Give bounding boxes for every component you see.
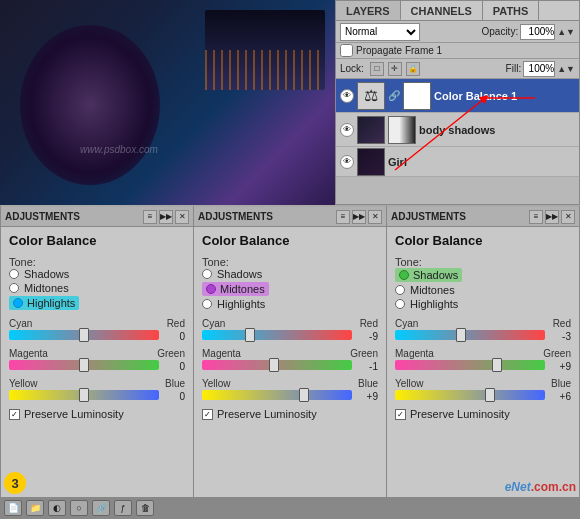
btn-add-layer[interactable]: 📄 [4, 500, 22, 516]
slider-track-magenta-1[interactable] [202, 360, 352, 370]
tab-channels[interactable]: CHANNELS [401, 1, 483, 20]
visibility-icon-1[interactable]: 👁 [340, 123, 354, 137]
adj-menu-btn-1[interactable]: ≡ [336, 210, 350, 224]
slider-handle-yellow-1[interactable] [299, 388, 309, 402]
slider-handle-yellow-0[interactable] [79, 388, 89, 402]
slider-handle-cyan-1[interactable] [245, 328, 255, 342]
slider-magenta-green-1: Magenta Green -1 [202, 348, 378, 372]
blend-mode-select[interactable]: Normal [340, 23, 420, 41]
radio-shadows-2[interactable] [399, 270, 409, 280]
opacity-input[interactable] [520, 24, 555, 40]
lock-all-btn[interactable]: 🔒 [406, 62, 420, 76]
slider-track-yellow-1[interactable] [202, 390, 352, 400]
layer-item-color-balance[interactable]: 👁 ⚖ 🔗 Color Balance 1 [336, 79, 579, 113]
slider-track-wrap-cyan-1 [202, 330, 352, 342]
slider-cyan-red-labels-2: Cyan Red [395, 318, 571, 329]
adj-expand-btn-1[interactable]: ▶▶ [352, 210, 366, 224]
btn-link[interactable]: 🔗 [92, 500, 110, 516]
slider-track-cyan-2[interactable] [395, 330, 545, 340]
adj-title-1: Color Balance [202, 233, 378, 248]
slider-track-magenta-2[interactable] [395, 360, 545, 370]
slider-track-magenta-0[interactable] [9, 360, 159, 370]
preserve-label-0: Preserve Luminosity [24, 408, 124, 420]
slider-handle-magenta-2[interactable] [492, 358, 502, 372]
slider-magenta-green-2: Magenta Green +9 [395, 348, 571, 372]
radio-label-highlights-1: Highlights [217, 298, 265, 310]
btn-trash[interactable]: 🗑 [136, 500, 154, 516]
radio-midtones-2[interactable] [395, 285, 405, 295]
adj-close-btn-2[interactable]: ✕ [561, 210, 575, 224]
preserve-checkbox-1[interactable]: ✓ [202, 409, 213, 420]
slider-handle-cyan-2[interactable] [456, 328, 466, 342]
layer-mask-0 [403, 82, 431, 110]
radio-shadows-0[interactable] [9, 269, 19, 279]
btn-style[interactable]: ƒ [114, 500, 132, 516]
adj-close-btn-1[interactable]: ✕ [368, 210, 382, 224]
tone-shadows-selected-2[interactable]: Shadows [395, 268, 462, 282]
fill-arrows[interactable]: ▲▼ [557, 64, 575, 74]
visibility-icon-0[interactable]: 👁 [340, 89, 354, 103]
slider-cyan-red-wrap-2: -3 [395, 330, 571, 342]
tone-row-midtones-2: Midtones [395, 284, 571, 296]
slider-track-cyan-1[interactable] [202, 330, 352, 340]
adj-menu-btn-2[interactable]: ≡ [529, 210, 543, 224]
radio-highlights-2[interactable] [395, 299, 405, 309]
radio-highlights-1[interactable] [202, 299, 212, 309]
visibility-icon-2[interactable]: 👁 [340, 155, 354, 169]
slider-track-yellow-0[interactable] [9, 390, 159, 400]
label-cyan-0: Cyan [9, 318, 32, 329]
preserve-checkbox-2[interactable]: ✓ [395, 409, 406, 420]
radio-label-midtones-0: Midtones [24, 282, 69, 294]
radio-highlights-0[interactable] [13, 298, 23, 308]
slider-handle-yellow-2[interactable] [485, 388, 495, 402]
tone-row-shadows-1: Shadows [202, 268, 378, 280]
radio-shadows-1[interactable] [202, 269, 212, 279]
city-thumbnail [205, 10, 325, 90]
slider-track-cyan-0[interactable] [9, 330, 159, 340]
label-yellow-1: Yellow [202, 378, 231, 389]
radio-midtones-1[interactable] [206, 284, 216, 294]
slider-handle-cyan-0[interactable] [79, 328, 89, 342]
slider-value-yellow-1: +9 [356, 391, 378, 402]
tab-paths[interactable]: PATHS [483, 1, 540, 20]
lock-pixel-btn[interactable]: □ [370, 62, 384, 76]
layer-item-girl[interactable]: 👁 Girl [336, 147, 579, 177]
btn-mask[interactable]: ○ [70, 500, 88, 516]
lock-move-btn[interactable]: ✛ [388, 62, 402, 76]
propagate-checkbox[interactable] [340, 44, 353, 57]
tone-row-shadows-2: Shadows [395, 268, 571, 282]
btn-folder[interactable]: 📁 [26, 500, 44, 516]
fill-input[interactable] [523, 61, 555, 77]
adj-menu-btn-0[interactable]: ≡ [143, 210, 157, 224]
slider-handle-magenta-0[interactable] [79, 358, 89, 372]
preserve-checkbox-0[interactable]: ✓ [9, 409, 20, 420]
tab-layers[interactable]: LAYERS [336, 1, 401, 20]
radio-label-shadows-1: Shadows [217, 268, 262, 280]
brand-watermark: eNet.com.cn [505, 480, 576, 494]
btn-adjust[interactable]: ◐ [48, 500, 66, 516]
slider-handle-magenta-1[interactable] [269, 358, 279, 372]
tone-highlights-selected-0[interactable]: Highlights [9, 296, 79, 310]
adj-title-2: Color Balance [395, 233, 571, 248]
brand-name: eNet [505, 480, 531, 494]
radio-midtones-0[interactable] [9, 283, 19, 293]
opacity-label: Opacity: [481, 26, 518, 37]
opacity-arrows[interactable]: ▲▼ [557, 27, 575, 37]
layer-item-body-shadows[interactable]: 👁 body shadows [336, 113, 579, 147]
slider-track-yellow-2[interactable] [395, 390, 545, 400]
adj-close-btn-0[interactable]: ✕ [175, 210, 189, 224]
layer-name-0: Color Balance 1 [434, 90, 575, 102]
slider-cyan-red-1: Cyan Red -9 [202, 318, 378, 342]
adj-expand-btn-2[interactable]: ▶▶ [545, 210, 559, 224]
slider-value-yellow-0: 0 [163, 391, 185, 402]
radio-label-midtones-2: Midtones [410, 284, 455, 296]
slider-yellow-labels-0: Yellow Blue [9, 378, 185, 389]
adj-expand-btn-0[interactable]: ▶▶ [159, 210, 173, 224]
adj-panel-0: ADJUSTMENTS ≡ ▶▶ ✕ Color Balance Tone: S… [0, 205, 194, 519]
label-blue-0: Blue [165, 378, 185, 389]
label-red-0: Red [167, 318, 185, 329]
slider-value-cyan-1: -9 [356, 331, 378, 342]
label-green-1: Green [350, 348, 378, 359]
tone-midtones-selected-1[interactable]: Midtones [202, 282, 269, 296]
adj-header-title-2: ADJUSTMENTS [391, 211, 529, 222]
